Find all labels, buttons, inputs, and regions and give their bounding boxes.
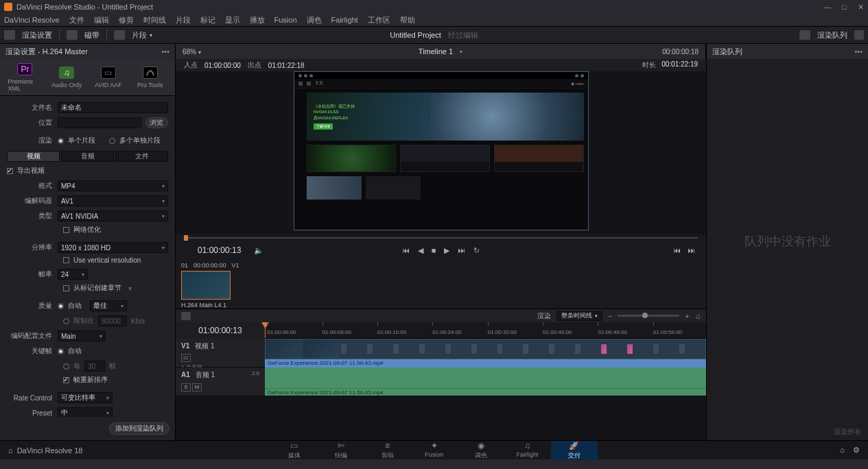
kf-every-radio[interactable] bbox=[63, 363, 69, 370]
kbps-input[interactable] bbox=[98, 315, 127, 326]
preset-protools[interactable]: Pro Tools bbox=[133, 67, 167, 88]
render-all-button[interactable]: 渲染所有 bbox=[834, 427, 861, 437]
network-opt-checkbox[interactable] bbox=[63, 227, 69, 233]
page-color[interactable]: ◉调色 bbox=[458, 441, 504, 460]
vertical-res-checkbox[interactable] bbox=[63, 257, 69, 263]
location-input[interactable] bbox=[58, 117, 141, 128]
reorder-checkbox[interactable] bbox=[63, 377, 69, 383]
menu-file[interactable]: 文件 bbox=[69, 15, 84, 25]
project-manager-icon[interactable]: ⌂ bbox=[840, 446, 845, 455]
audio-icon[interactable]: ♫ bbox=[695, 312, 701, 320]
loop-icon[interactable]: ↻ bbox=[473, 246, 480, 255]
quality-restrict-radio[interactable] bbox=[63, 318, 69, 324]
resolution-dropdown[interactable]: 1920 x 1080 HD▾ bbox=[58, 242, 168, 253]
quality-auto-radio[interactable] bbox=[58, 303, 64, 309]
fps-dropdown[interactable]: 24▾ bbox=[58, 269, 88, 280]
next-clip-icon[interactable]: ⏭ bbox=[688, 246, 695, 254]
menu-mark[interactable]: 标记 bbox=[200, 15, 215, 25]
menu-fairlight[interactable]: Fairlight bbox=[331, 16, 358, 24]
render-queue-icon[interactable] bbox=[799, 30, 810, 40]
menu-help[interactable]: 帮助 bbox=[400, 15, 415, 25]
video-clip[interactable] bbox=[265, 339, 706, 359]
menu-timeline[interactable]: 时间线 bbox=[143, 15, 166, 25]
tape-icon[interactable] bbox=[67, 30, 78, 40]
zoom-in-icon[interactable]: + bbox=[685, 312, 689, 320]
filename-input[interactable] bbox=[58, 102, 168, 113]
queue-options-icon[interactable]: ••• bbox=[854, 47, 863, 56]
menu-playback[interactable]: 播放 bbox=[250, 15, 265, 25]
export-video-checkbox[interactable] bbox=[7, 168, 13, 174]
video-clip-label: GeForce Experience 2021-09-07 11-50-43.m… bbox=[265, 359, 706, 368]
preset-premiere[interactable]: PrPremiere XML bbox=[8, 63, 42, 92]
tab-file[interactable]: 文件 bbox=[115, 151, 168, 162]
menu-clip[interactable]: 片段 bbox=[176, 15, 191, 25]
page-edit[interactable]: ≡剪辑 bbox=[364, 441, 411, 460]
minimize-icon[interactable]: — bbox=[823, 3, 831, 12]
kf-value-input[interactable] bbox=[84, 361, 105, 372]
menu-view[interactable]: 显示 bbox=[225, 15, 240, 25]
format-dropdown[interactable]: MP4▾ bbox=[58, 180, 168, 191]
browse-button[interactable]: 浏览 bbox=[145, 117, 168, 128]
clip-thumbnail[interactable] bbox=[181, 271, 231, 300]
quality-best-dropdown[interactable]: 最佳▾ bbox=[90, 300, 127, 311]
timeline-name[interactable]: Timeline 1 bbox=[419, 47, 453, 56]
last-frame-icon[interactable]: ⏭ bbox=[458, 246, 465, 255]
close-icon[interactable]: ✕ bbox=[858, 3, 864, 12]
ratecontrol-dropdown[interactable]: 可变比特率▾ bbox=[58, 392, 113, 403]
play-reverse-icon[interactable]: ◀ bbox=[418, 246, 423, 255]
page-cut[interactable]: ✄快编 bbox=[318, 441, 364, 460]
tab-audio[interactable]: 音频 bbox=[61, 151, 114, 162]
multi-clip-radio[interactable] bbox=[109, 138, 115, 144]
playhead[interactable] bbox=[265, 322, 266, 338]
page-fusion[interactable]: ✦Fusion bbox=[411, 441, 458, 460]
volume-icon[interactable]: 🔈 bbox=[254, 246, 263, 255]
timeline-options-icon[interactable] bbox=[181, 312, 191, 320]
in-point: 01:00:00:00 bbox=[204, 62, 241, 69]
profile-dropdown[interactable]: Main▾ bbox=[58, 330, 106, 341]
render-settings-label[interactable]: 渲染设置 bbox=[22, 30, 52, 40]
separator bbox=[106, 29, 107, 40]
menu-davinci[interactable]: DaVinci Resolve bbox=[4, 16, 60, 24]
render-range-dropdown[interactable]: 整条时间线▾ bbox=[556, 311, 602, 321]
options-icon[interactable]: ••• bbox=[161, 47, 169, 56]
page-fairlight[interactable]: ♫Fairlight bbox=[504, 441, 551, 460]
tab-video[interactable]: 视频 bbox=[7, 151, 60, 162]
viewer-scrub[interactable] bbox=[176, 234, 706, 241]
track-video-icon[interactable]: ▭ bbox=[181, 354, 191, 362]
kf-auto-radio[interactable] bbox=[58, 348, 64, 354]
codec-dropdown[interactable]: AV1▾ bbox=[58, 195, 168, 206]
page-deliver[interactable]: 🚀交付 bbox=[551, 441, 598, 460]
menu-trim[interactable]: 修剪 bbox=[119, 15, 134, 25]
stop-icon[interactable]: ■ bbox=[432, 246, 436, 255]
preset-audio-only[interactable]: ♫Audio Only bbox=[49, 67, 84, 88]
menu-fusion[interactable]: Fusion bbox=[274, 16, 297, 24]
render-queue-label[interactable]: 渲染队列 bbox=[817, 30, 847, 40]
preset-avid[interactable]: ▭AVID AAF bbox=[91, 67, 126, 88]
add-to-queue-button[interactable]: 添加到渲染队列 bbox=[109, 422, 169, 435]
render-settings-title: 渲染设置 - H.264 Master bbox=[5, 47, 88, 57]
chapters-checkbox[interactable] bbox=[63, 285, 69, 291]
maximize-icon[interactable]: □ bbox=[842, 3, 847, 12]
viewer-zoom[interactable]: 68% ▾ bbox=[183, 48, 201, 56]
menu-color[interactable]: 调色 bbox=[307, 15, 322, 25]
play-icon[interactable]: ▶ bbox=[444, 246, 449, 255]
menu-edit[interactable]: 编辑 bbox=[94, 15, 109, 25]
clips-icon[interactable] bbox=[114, 30, 125, 40]
zoom-slider[interactable] bbox=[618, 315, 679, 317]
clips-dropdown[interactable]: 片段▾ bbox=[132, 30, 152, 40]
solo-button[interactable]: S bbox=[181, 383, 191, 392]
project-settings-icon[interactable]: ⚙ bbox=[853, 446, 860, 455]
timeline-ruler[interactable]: 01:00:00:00 01:00:08:00 01:00:16:00 01:0… bbox=[265, 322, 706, 339]
single-clip-radio[interactable] bbox=[58, 138, 64, 144]
preset-dropdown[interactable]: 中▾ bbox=[58, 407, 113, 417]
home-icon[interactable]: ⌂ bbox=[8, 446, 13, 455]
zoom-out-icon[interactable]: − bbox=[608, 312, 612, 320]
page-media[interactable]: ▭媒体 bbox=[271, 441, 318, 460]
type-dropdown[interactable]: AV1 NVIDIA▾ bbox=[58, 211, 168, 221]
render-settings-icon[interactable] bbox=[4, 30, 15, 40]
first-frame-icon[interactable]: ⏮ bbox=[402, 246, 410, 255]
menu-workspace[interactable]: 工作区 bbox=[368, 15, 390, 25]
mute-button[interactable]: M bbox=[192, 383, 202, 392]
expand-icon[interactable] bbox=[854, 30, 864, 40]
prev-clip-icon[interactable]: ⏮ bbox=[673, 246, 681, 254]
